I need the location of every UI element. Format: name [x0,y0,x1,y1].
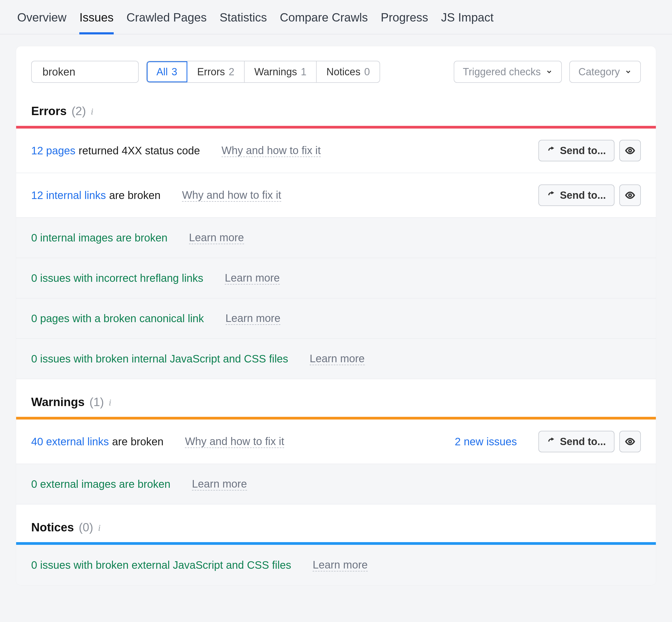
issue-row[interactable]: 0 internal images are broken Learn more [16,218,656,258]
hide-button[interactable] [619,431,641,452]
tab-crawled-pages[interactable]: Crawled Pages [127,11,207,34]
section-head-warnings: Warnings (1) i [16,379,656,417]
send-to-button[interactable]: Send to... [538,431,614,452]
eye-icon [625,145,635,156]
button-label: Send to... [560,189,606,201]
tab-statistics[interactable]: Statistics [220,11,267,34]
issue-text: 0 pages with a broken canonical link [31,312,204,324]
filter-seg-notices[interactable]: Notices 0 [317,61,380,82]
issue-row[interactable]: 12 pages returned 4XX status code Why an… [16,129,656,173]
section-count: (1) [90,395,104,409]
help-link[interactable]: Learn more [313,559,368,572]
row-actions: Send to... [538,184,641,206]
issue-text: 0 external images are broken [31,478,170,490]
filter-seg-label: Notices [326,66,360,78]
tab-issues[interactable]: Issues [79,11,113,34]
help-link[interactable]: Learn more [192,478,247,490]
issue-description: 0 pages with a broken canonical link [31,312,204,324]
filter-seg-warnings[interactable]: Warnings 1 [245,61,317,82]
issue-row[interactable]: 40 external links are broken Why and how… [16,419,656,464]
row-actions: Send to... [538,140,641,161]
new-issues-link[interactable]: 2 new issues [455,436,517,448]
eye-icon [625,437,635,447]
issue-text: 0 internal images are broken [31,232,168,244]
info-icon[interactable]: i [98,523,106,531]
issue-description: 0 issues with broken external JavaScript… [31,559,291,571]
share-arrow-icon [547,191,556,200]
issue-description: 0 internal images are broken [31,232,168,244]
issue-text: returned 4XX status code [79,145,200,157]
severity-filter: All 3 Errors 2 Warnings 1 Notices 0 [146,61,380,83]
issue-row[interactable]: 0 issues with incorrect hreflang links L… [16,258,656,299]
share-arrow-icon [547,146,556,155]
issue-description: 12 internal links are broken [31,189,161,201]
filter-seg-label: Errors [197,66,225,78]
section-title: Warnings [31,395,85,409]
tab-progress[interactable]: Progress [381,11,428,34]
svg-point-4 [629,149,631,152]
section-title: Errors [31,104,67,118]
help-link[interactable]: Why and how to fix it [221,144,321,157]
help-link[interactable]: Learn more [225,312,281,325]
help-link[interactable]: Learn more [310,352,365,365]
row-actions: Send to... [538,431,641,452]
help-link[interactable]: Why and how to fix it [185,436,284,448]
search-field[interactable] [31,61,139,83]
tab-compare-crawls[interactable]: Compare Crawls [280,11,368,34]
help-link[interactable]: Learn more [225,272,280,284]
tab-overview[interactable]: Overview [17,11,66,34]
share-arrow-icon [547,437,556,446]
filter-seg-count: 2 [229,66,235,78]
top-nav: Overview Issues Crawled Pages Statistics… [0,0,672,34]
issue-text: are broken [109,189,161,201]
issue-row[interactable]: 0 external images are broken Learn more [16,464,656,505]
filter-bar: All 3 Errors 2 Warnings 1 Notices 0 Trig… [16,46,656,88]
svg-point-6 [629,440,631,443]
issues-card: All 3 Errors 2 Warnings 1 Notices 0 Trig… [16,46,656,585]
svg-point-5 [629,194,631,197]
send-to-button[interactable]: Send to... [538,140,614,161]
issue-description: 0 issues with incorrect hreflang links [31,272,203,284]
hide-button[interactable] [619,184,641,206]
info-icon[interactable]: i [91,107,99,115]
eye-icon [625,190,635,200]
button-label: Send to... [560,145,606,157]
filter-seg-label: Warnings [254,66,297,78]
help-link[interactable]: Learn more [189,232,244,244]
severity-bar-warnings [16,417,656,419]
issue-row[interactable]: 0 issues with broken internal JavaScript… [16,339,656,379]
issue-description: 12 pages returned 4XX status code [31,145,200,157]
issue-row[interactable]: 0 pages with a broken canonical link Lea… [16,299,656,339]
issue-description: 40 external links are broken [31,436,164,448]
dropdown-label: Category [578,66,620,78]
issue-text: are broken [112,436,164,448]
help-link[interactable]: Why and how to fix it [182,189,281,202]
dropdown-label: Triggered checks [463,66,541,78]
filter-seg-errors[interactable]: Errors 2 [187,61,245,82]
severity-bar-errors [16,126,656,129]
section-count: (0) [79,521,93,534]
section-head-errors: Errors (2) i [16,88,656,126]
send-to-button[interactable]: Send to... [538,184,614,206]
chevron-down-icon [625,68,632,75]
chevron-down-icon [546,68,553,75]
hide-button[interactable] [619,140,641,161]
issue-description: 0 issues with broken internal JavaScript… [31,353,288,365]
tab-js-impact[interactable]: JS Impact [441,11,494,34]
issue-text: 0 issues with incorrect hreflang links [31,272,203,284]
issue-text: 0 issues with broken external JavaScript… [31,559,291,571]
issue-link[interactable]: 40 external links [31,436,109,448]
section-count: (2) [71,104,86,118]
issue-link[interactable]: 12 pages [31,145,75,157]
issue-link[interactable]: 12 internal links [31,189,106,201]
issue-text: 0 issues with broken internal JavaScript… [31,353,288,365]
search-input[interactable] [42,66,178,78]
info-icon[interactable]: i [109,398,117,406]
category-dropdown[interactable]: Category [569,61,641,83]
section-head-notices: Notices (0) i [16,505,656,542]
severity-bar-notices [16,542,656,545]
issue-row[interactable]: 12 internal links are broken Why and how… [16,173,656,218]
issue-row[interactable]: 0 issues with broken external JavaScript… [16,545,656,585]
triggered-checks-dropdown[interactable]: Triggered checks [454,61,562,83]
issue-description: 0 external images are broken [31,478,170,490]
